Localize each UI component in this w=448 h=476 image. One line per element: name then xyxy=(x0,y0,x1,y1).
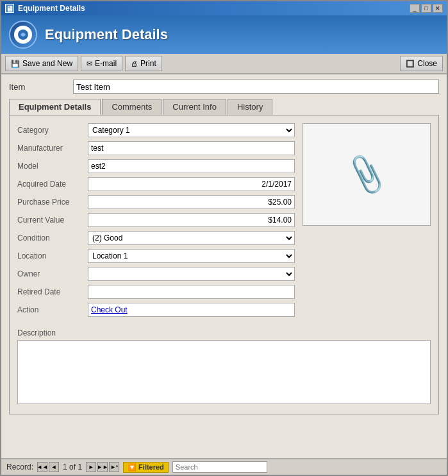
paperclip-icon: 📎 xyxy=(344,152,390,197)
description-section: Description xyxy=(17,328,431,406)
tab-content: Category Category 1 Category 2 Manufactu… xyxy=(9,115,439,414)
owner-label: Owner xyxy=(17,269,88,278)
filtered-badge: 🔽 Filtered xyxy=(123,462,169,473)
prev-record-button[interactable]: ◄ xyxy=(49,462,59,472)
image-placeholder: 📎 xyxy=(303,123,431,226)
retired-date-row: Retired Date xyxy=(17,285,295,299)
current-value-input[interactable] xyxy=(88,213,295,227)
first-record-button[interactable]: ◄◄ xyxy=(37,462,47,472)
model-row: Model xyxy=(17,159,295,173)
status-bar: Record: ◄◄ ◄ 1 of 1 ► ►► ►* 🔽 Filtered xyxy=(1,458,447,475)
next-record-button[interactable]: ► xyxy=(86,462,96,472)
last-record-button[interactable]: ►► xyxy=(97,462,108,472)
description-label: Description xyxy=(17,328,431,337)
print-icon: 🖨 xyxy=(131,60,138,67)
close-label: Close xyxy=(417,59,437,68)
nav-group: ◄◄ ◄ xyxy=(37,462,59,472)
tab-equipment-details[interactable]: Equipment Details xyxy=(9,99,101,115)
search-input[interactable] xyxy=(172,461,267,473)
minimize-button[interactable]: _ xyxy=(410,4,420,13)
action-label: Action xyxy=(17,305,88,314)
check-out-link[interactable]: Check Out xyxy=(91,305,128,314)
acquired-date-row: Acquired Date xyxy=(17,177,295,191)
owner-row: Owner xyxy=(17,267,295,281)
item-label: Item xyxy=(9,82,73,92)
save-and-new-button[interactable]: 💾 Save and New xyxy=(5,56,78,71)
category-label: Category xyxy=(17,126,88,135)
form-right: 📎 xyxy=(303,123,431,321)
content-area: Item Equipment Details Comments Current … xyxy=(1,74,447,458)
category-select[interactable]: Category 1 Category 2 xyxy=(88,123,295,137)
retired-date-label: Retired Date xyxy=(17,287,88,296)
purchase-price-input[interactable] xyxy=(88,195,295,209)
current-value-row: Current Value xyxy=(17,213,295,227)
print-button[interactable]: 🖨 Print xyxy=(125,56,162,71)
close-button[interactable]: 🔲 Close xyxy=(400,56,443,71)
title-bar-controls: _ □ ✕ xyxy=(410,4,443,13)
category-row: Category Category 1 Category 2 xyxy=(17,123,295,137)
location-row: Location Location 1 Location 2 xyxy=(17,249,295,263)
manufacturer-input[interactable] xyxy=(88,141,295,155)
tab-current-info[interactable]: Current Info xyxy=(163,99,226,115)
tabs: Equipment Details Comments Current Info … xyxy=(9,99,439,115)
save-icon: 💾 xyxy=(11,60,20,68)
purchase-price-label: Purchase Price xyxy=(17,198,88,207)
title-bar-left: 🖥 Equipment Details xyxy=(5,4,85,13)
filtered-label: Filtered xyxy=(138,463,164,471)
condition-label: Condition xyxy=(17,234,88,242)
header-title: Equipment Details xyxy=(45,26,168,43)
email-icon: ✉ xyxy=(87,60,92,68)
close-window-button[interactable]: ✕ xyxy=(433,4,443,13)
owner-select[interactable] xyxy=(88,267,295,281)
close-icon: 🔲 xyxy=(406,60,415,68)
logo-icon xyxy=(17,28,29,41)
action-field: Check Out xyxy=(88,303,295,317)
acquired-date-label: Acquired Date xyxy=(17,180,88,189)
window-icon: 🖥 xyxy=(5,4,14,13)
description-textarea[interactable] xyxy=(17,340,431,404)
action-row: Action Check Out xyxy=(17,303,295,317)
location-select[interactable]: Location 1 Location 2 xyxy=(88,249,295,263)
record-label: Record: xyxy=(6,463,33,472)
purchase-price-row: Purchase Price xyxy=(17,195,295,209)
title-bar: 🖥 Equipment Details _ □ ✕ xyxy=(1,1,447,15)
location-label: Location xyxy=(17,251,88,260)
filtered-icon: 🔽 xyxy=(128,463,137,472)
toolbar-left: 💾 Save and New ✉ E-mail 🖨 Print xyxy=(5,56,162,71)
main-window: 🖥 Equipment Details _ □ ✕ Equipment Deta… xyxy=(0,0,448,476)
form-grid: Category Category 1 Category 2 Manufactu… xyxy=(17,123,431,321)
condition-row: Condition (1) Excellent (2) Good (3) Fai… xyxy=(17,231,295,245)
item-row: Item xyxy=(9,80,439,94)
tab-comments[interactable]: Comments xyxy=(102,99,162,115)
print-label: Print xyxy=(140,59,156,68)
model-label: Model xyxy=(17,162,88,171)
header-section: Equipment Details xyxy=(1,15,447,54)
manufacturer-label: Manufacturer xyxy=(17,144,88,153)
model-input[interactable] xyxy=(88,159,295,173)
record-current: 1 of 1 xyxy=(63,463,82,472)
window-title: Equipment Details xyxy=(18,4,85,13)
nav-group-next: ► ►► ►* xyxy=(86,462,119,472)
new-record-button[interactable]: ►* xyxy=(109,462,119,472)
acquired-date-input[interactable] xyxy=(88,177,295,191)
app-logo xyxy=(9,21,37,49)
current-value-label: Current Value xyxy=(17,216,88,225)
save-new-label: Save and New xyxy=(22,59,72,68)
email-label: E-mail xyxy=(95,59,117,68)
item-input[interactable] xyxy=(73,80,439,94)
condition-select[interactable]: (1) Excellent (2) Good (3) Fair (4) Poor xyxy=(88,231,295,245)
email-button[interactable]: ✉ E-mail xyxy=(81,56,122,71)
tab-history[interactable]: History xyxy=(228,99,272,115)
toolbar: 💾 Save and New ✉ E-mail 🖨 Print 🔲 Close xyxy=(1,54,447,74)
retired-date-input[interactable] xyxy=(88,285,295,299)
form-left: Category Category 1 Category 2 Manufactu… xyxy=(17,123,295,321)
logo-inner xyxy=(14,26,32,44)
manufacturer-row: Manufacturer xyxy=(17,141,295,155)
restore-button[interactable]: □ xyxy=(421,4,431,13)
